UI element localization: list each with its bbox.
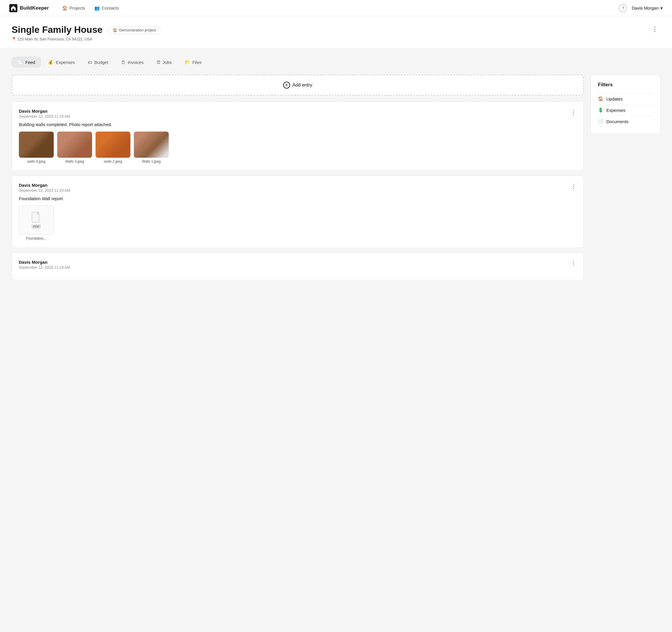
content-layout: + Add entry Davis Morgan September 12, 2… [11, 75, 661, 285]
card-2-header: Davis Morgan September 12, 2023 11:19 AM… [19, 183, 576, 192]
image-thumb-2 [57, 132, 92, 158]
add-entry-icon: + [283, 81, 290, 89]
location-pin-icon: 📍 [11, 37, 16, 41]
user-menu[interactable]: Davis Morgan ▾ [632, 5, 663, 11]
attachment-name: Foundation... [19, 236, 54, 240]
filters-title: Filters [598, 82, 653, 88]
title-block: Single Family House 📍 123 Main St, San F… [11, 24, 102, 41]
card-3-more-button[interactable]: ⋮ [571, 260, 576, 266]
filter-documents[interactable]: 📄 Documents [598, 116, 653, 127]
add-entry-box[interactable]: + Add entry [11, 75, 584, 96]
expenses-tab-icon: 💰 [48, 60, 53, 65]
image-thumb-1 [19, 132, 54, 158]
image-name-1: walls 4.jpeg [19, 160, 54, 164]
image-name-3: walls 2.jpeg [96, 160, 130, 164]
feed-card-1: Davis Morgan September 12, 2023 11:19 AM… [11, 101, 584, 171]
jobs-tab-icon: ☰ [157, 60, 160, 65]
svg-marker-1 [11, 6, 16, 8]
contacts-icon: 👥 [94, 5, 100, 11]
card-3-user: Davis Morgan [19, 260, 70, 264]
card-1-header: Davis Morgan September 12, 2023 11:19 AM… [19, 109, 576, 118]
user-name: Davis Morgan [632, 5, 658, 10]
tab-files[interactable]: 📁 Files [178, 56, 207, 68]
project-more-button[interactable]: ⋮ [649, 24, 661, 34]
image-item-2[interactable]: Walls 3.jpeg [57, 132, 92, 164]
card-1-text: Building walls completed. Photo report a… [19, 122, 576, 127]
demonstration-badge[interactable]: 🏠 Demonstration project [108, 26, 160, 34]
updates-house-icon: 🏠 [598, 96, 603, 101]
card-2-user: Davis Morgan [19, 183, 70, 188]
pdf-label: PDF [32, 225, 41, 229]
filters-panel: Filters 🏠 Updates 💲 Expenses 📄 Documents [591, 75, 661, 134]
main-content: 📄 Feed 💰 Expenses 🏷 Budget 🗒 Invoices ☰ … [0, 48, 672, 293]
help-button[interactable]: ? [619, 4, 627, 12]
badge-house-icon: 🏠 [113, 28, 117, 32]
nav-links: 🏠 Projects 👥 Contacts [58, 3, 619, 13]
tab-expenses[interactable]: 💰 Expenses [42, 56, 81, 68]
files-tab-icon: 📁 [185, 60, 190, 65]
filter-expenses[interactable]: 💲 Expenses [598, 104, 653, 116]
project-address: 📍 123 Main St, San Francisco, CA 94122, … [11, 37, 102, 41]
nav-right: ? Davis Morgan ▾ [619, 4, 663, 12]
expenses-dollar-icon: 💲 [598, 108, 603, 113]
card-2-text: Foundation Wall report [19, 196, 576, 201]
project-title-row: Single Family House 📍 123 Main St, San F… [11, 24, 661, 41]
logo-icon [9, 4, 18, 12]
card-1-image-grid: walls 4.jpeg Walls 3.jpeg walls 2.jpeg [19, 132, 576, 164]
attachment-pdf[interactable]: PDF Foundation... [19, 206, 54, 240]
card-2-user-info: Davis Morgan September 12, 2023 11:19 AM [19, 183, 70, 192]
tabs: 📄 Feed 💰 Expenses 🏷 Budget 🗒 Invoices ☰ … [11, 56, 661, 68]
image-name-2: Walls 3.jpeg [57, 160, 92, 164]
image-item-1[interactable]: walls 4.jpeg [19, 132, 54, 164]
budget-tab-icon: 🏷 [88, 60, 92, 65]
feed-area: + Add entry Davis Morgan September 12, 2… [11, 75, 584, 285]
tab-feed[interactable]: 📄 Feed [11, 56, 41, 68]
filter-updates[interactable]: 🏠 Updates [598, 93, 653, 104]
add-entry-button[interactable]: + Add entry [283, 81, 312, 89]
card-1-more-button[interactable]: ⋮ [571, 109, 576, 116]
invoices-tab-icon: 🗒 [121, 60, 125, 65]
image-name-4: Walls 1.jpeg [134, 160, 169, 164]
image-thumb-4 [134, 132, 169, 158]
pdf-file-icon [32, 212, 41, 224]
nav-contacts[interactable]: 👥 Contacts [90, 3, 123, 13]
title-left: Single Family House 📍 123 Main St, San F… [11, 24, 160, 41]
image-item-3[interactable]: walls 2.jpeg [96, 132, 130, 164]
brand-logo[interactable]: BuildKeeper [9, 4, 49, 12]
feed-card-2: Davis Morgan September 12, 2023 11:19 AM… [11, 175, 584, 248]
card-3-time: September 12, 2023 11:19 AM [19, 265, 70, 270]
image-item-4[interactable]: Walls 1.jpeg [134, 132, 169, 164]
navbar: BuildKeeper 🏠 Projects 👥 Contacts ? Davi… [0, 0, 672, 16]
attachment-box: PDF [19, 206, 54, 235]
tab-budget[interactable]: 🏷 Budget [82, 56, 114, 68]
project-title: Single Family House [11, 24, 102, 35]
svg-rect-2 [13, 9, 14, 10]
feed-card-3: Davis Morgan September 12, 2023 11:19 AM… [11, 252, 584, 280]
chevron-down-icon: ▾ [661, 5, 663, 11]
card-3-header: Davis Morgan September 12, 2023 11:19 AM… [19, 260, 576, 270]
card-2-more-button[interactable]: ⋮ [571, 183, 576, 190]
page-header: Single Family House 📍 123 Main St, San F… [0, 16, 672, 48]
brand-name: BuildKeeper [20, 5, 49, 11]
nav-projects[interactable]: 🏠 Projects [58, 3, 89, 13]
card-1-user: Davis Morgan [19, 109, 70, 114]
card-2-attachments: PDF Foundation... [19, 206, 576, 240]
feed-tab-icon: 📄 [18, 60, 23, 65]
tab-jobs[interactable]: ☰ Jobs [151, 56, 178, 68]
home-icon: 🏠 [62, 5, 68, 11]
card-1-time: September 12, 2023 11:19 AM [19, 114, 70, 118]
card-3-user-info: Davis Morgan September 12, 2023 11:19 AM [19, 260, 70, 270]
image-thumb-3 [96, 132, 130, 158]
documents-doc-icon: 📄 [598, 119, 603, 124]
filters-sidebar: Filters 🏠 Updates 💲 Expenses 📄 Documents [591, 75, 661, 285]
card-2-time: September 12, 2023 11:19 AM [19, 188, 70, 192]
tab-invoices[interactable]: 🗒 Invoices [115, 56, 149, 68]
card-1-user-info: Davis Morgan September 12, 2023 11:19 AM [19, 109, 70, 118]
